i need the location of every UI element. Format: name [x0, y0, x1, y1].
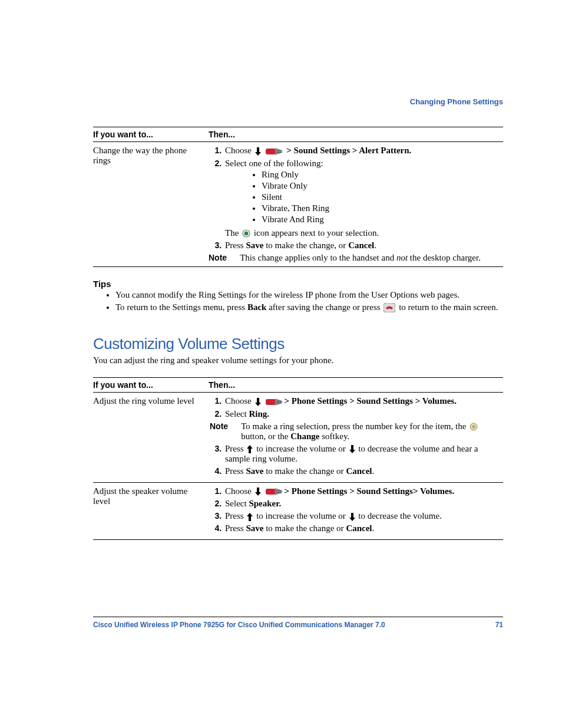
step-item: Choose > Phone Settings > Sound Settings… — [224, 486, 500, 497]
down-arrow-icon — [349, 513, 355, 521]
text: to increase the volume or — [254, 511, 348, 521]
text: icon appears next to your selection. — [252, 228, 379, 238]
list-item: Ring Only — [262, 170, 500, 180]
table-header: If you want to... — [93, 378, 209, 393]
svg-point-12 — [472, 426, 475, 429]
svg-marker-8 — [255, 403, 261, 406]
tips-list: You cannot modify the Ring Settings for … — [93, 290, 503, 313]
text: . — [372, 466, 375, 476]
table-volume-settings: If you want to... Then... Adjust the rin… — [93, 377, 503, 540]
text: to increase the volume or — [254, 444, 348, 453]
svg-rect-20 — [276, 492, 281, 493]
table-header: Then... — [209, 378, 503, 393]
down-arrow-icon — [349, 445, 355, 453]
svg-marker-21 — [247, 513, 253, 516]
up-arrow-icon — [247, 445, 253, 453]
svg-point-5 — [244, 232, 249, 236]
step-item: Press Save to make the change, or Cancel… — [224, 241, 500, 251]
cell-want: Adjust the ring volume level — [93, 393, 209, 483]
header-breadcrumb-link[interactable]: Changing Phone Settings — [410, 97, 503, 106]
svg-rect-9 — [276, 401, 281, 401]
step-item: Press to increase the volume or to decre… — [224, 511, 500, 521]
text: the desktop charger. — [408, 253, 481, 262]
text: to make the change or — [263, 466, 346, 476]
table-row: Adjust the ring volume level Choose > Ph… — [93, 393, 503, 483]
note-text: To make a ring selection, press the numb… — [241, 421, 500, 442]
svg-rect-22 — [249, 516, 251, 521]
cell-want: Adjust the speaker volume level — [93, 482, 209, 540]
text: Choose — [225, 146, 254, 155]
tips-heading: Tips — [93, 279, 503, 289]
tools-icon — [266, 397, 283, 407]
text-bold: Change — [290, 431, 319, 441]
list-item: Vibrate And Ring — [262, 215, 500, 225]
text: Press — [225, 444, 246, 453]
step-item: Choose > Phone Settings > Sound Settings… — [224, 396, 500, 407]
step-item: Press to increase the volume or to decre… — [224, 444, 500, 464]
text-bold: > Phone Settings > Sound Settings > Volu… — [285, 396, 457, 406]
text: after saving the change or press — [266, 302, 382, 312]
page-footer: Cisco Unified Wireless IP Phone 7925G fo… — [93, 617, 503, 629]
text: to return to the main screen. — [396, 302, 498, 312]
text: To make a ring selection, press the numb… — [241, 421, 468, 431]
selected-radio-icon — [242, 229, 250, 238]
text: to make the change or — [263, 523, 346, 533]
tip-item: You cannot modify the Ring Settings for … — [115, 290, 503, 300]
svg-rect-10 — [276, 403, 281, 403]
text: Select — [225, 499, 249, 508]
text-bold: Cancel — [346, 523, 372, 533]
text: to decrease the volume. — [356, 511, 442, 521]
step-item: Choose > Sound Settings > Alert Pattern. — [224, 146, 500, 156]
note-label: Note — [210, 421, 228, 442]
text-bold: > Sound Settings > Alert Pattern. — [285, 146, 412, 155]
text: Press — [225, 523, 246, 533]
text: Press — [225, 466, 246, 476]
list-item: Silent — [262, 192, 500, 202]
cell-then: Choose > Sound Settings > Alert Pattern.… — [209, 142, 503, 267]
text: The — [225, 228, 241, 238]
svg-rect-7 — [257, 398, 259, 403]
text-bold: Cancel — [346, 466, 372, 476]
tools-icon — [266, 487, 283, 496]
tools-icon — [266, 147, 283, 156]
text-bold: Speaker. — [249, 499, 281, 508]
footer-page-number: 71 — [495, 621, 503, 629]
up-arrow-icon — [247, 513, 253, 521]
note-label: Note — [209, 253, 227, 263]
text: Select one of the following: — [225, 159, 323, 168]
table-row: Adjust the speaker volume level Choose >… — [93, 482, 503, 540]
list-item: Vibrate Only — [262, 181, 500, 191]
svg-marker-1 — [255, 152, 261, 156]
text: Choose — [225, 396, 254, 406]
text-italic: not — [396, 253, 408, 262]
text-bold: Save — [246, 241, 263, 250]
footer-title: Cisco Unified Wireless IP Phone 7925G fo… — [93, 621, 385, 629]
section-heading: Customizing Volume Settings — [93, 335, 503, 353]
text-bold: Back — [247, 302, 267, 312]
text: . — [372, 523, 375, 533]
text: Press — [225, 241, 246, 250]
svg-marker-24 — [349, 518, 355, 521]
step-item: Select one of the following: Ring Only V… — [224, 159, 500, 238]
note-row: Note To make a ring selection, press the… — [210, 421, 500, 442]
step-item: Select Speaker. — [224, 499, 500, 509]
svg-marker-13 — [247, 445, 253, 449]
svg-rect-17 — [257, 487, 259, 492]
svg-marker-16 — [349, 450, 355, 453]
step-item: Press Save to make the change or Cancel. — [224, 523, 500, 533]
down-arrow-icon — [255, 487, 261, 496]
end-call-icon — [384, 303, 395, 312]
cell-then: Choose > Phone Settings > Sound Settings… — [209, 393, 503, 483]
text-bold: Save — [246, 523, 263, 533]
note-row: Note This change applies only to the han… — [209, 253, 500, 263]
svg-rect-0 — [257, 147, 259, 152]
svg-rect-23 — [351, 513, 353, 518]
table-row: Change the way the phone rings Choose > … — [93, 142, 503, 267]
svg-rect-2 — [276, 150, 281, 151]
svg-rect-19 — [276, 490, 281, 491]
svg-marker-18 — [255, 492, 261, 496]
button-icon — [470, 423, 478, 431]
text: Select — [225, 409, 249, 419]
text-bold: Save — [246, 466, 263, 476]
text: to make the change, or — [263, 241, 348, 250]
